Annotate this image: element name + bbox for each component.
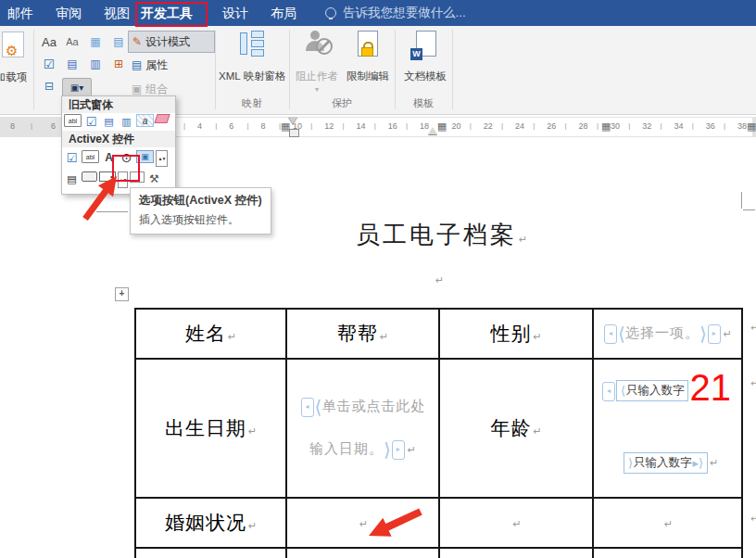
table-cell-empty[interactable]: ↵ (439, 498, 593, 548)
ruler-mark: 22 (484, 121, 493, 131)
properties-icon: ▤ (132, 58, 142, 71)
restrict-editing-button[interactable]: 限制编辑 (343, 31, 393, 97)
content-control-open-chevron: ⟨ (618, 323, 625, 345)
tab-2[interactable]: 审阅 (56, 0, 82, 26)
eraser-icon[interactable] (154, 114, 170, 123)
table-column-marker[interactable]: ▦ (747, 120, 756, 133)
cell-age-controls[interactable]: ◂ ⟨只输入数字 21 ⟩只输入数字▸⟩ ↵ (593, 359, 742, 498)
content-control-start-anchor[interactable]: ◂ (602, 382, 615, 401)
group-divider (452, 30, 453, 109)
date-placeholder-line2[interactable]: 输入日期。⟩▸↵ (287, 438, 438, 461)
ruler-mark: 26 (547, 121, 556, 131)
addins-button-label[interactable]: 加载项 (0, 70, 33, 84)
dropdown-placeholder[interactable]: 选择一项。 (625, 324, 699, 340)
document-template-button[interactable]: W 文档模板 (398, 31, 452, 97)
spin-button-activex-icon[interactable]: ▲▼ (156, 150, 168, 167)
ruler-mark: | (183, 121, 185, 130)
table-column-marker[interactable]: ▦ (281, 120, 290, 133)
content-control-end-anchor[interactable]: ▸ (708, 324, 721, 344)
table-cell-empty[interactable] (286, 548, 439, 558)
tab-5[interactable]: 设计 (222, 0, 248, 26)
checkbox-activex-icon[interactable]: ☑ (64, 150, 80, 165)
properties-button[interactable]: ▤ 属性 (128, 55, 191, 75)
table-column-marker[interactable]: ▦ (601, 120, 611, 133)
plain-text-icon[interactable]: Aa (62, 33, 82, 50)
xml-mapping-pane-button[interactable]: XML 映射窗格 (219, 31, 285, 97)
cell-text: 婚姻状况 (165, 512, 246, 533)
cell-text: 出生日期 (165, 417, 246, 438)
cell-gender-control[interactable]: ◂⟨选择一项。⟩▸↵ (593, 309, 742, 359)
document-template-label: 文档模板 (398, 70, 452, 83)
ruler-mark: 8 (261, 121, 266, 131)
table-cell-empty[interactable] (135, 548, 286, 558)
tag-chevron: ⟩ (628, 456, 633, 470)
dropdown-field-icon[interactable]: ▤ (101, 114, 117, 129)
shaded-text-icon[interactable]: a (136, 114, 154, 127)
content-control-close-chevron: ⟩ (384, 438, 391, 461)
cell-marital-label[interactable]: 婚姻状况↵ (135, 498, 286, 548)
paragraph-mark: ↵ (380, 331, 388, 342)
table-cell-empty[interactable] (593, 548, 742, 558)
content-control-close-chevron: ⟩ (699, 323, 707, 345)
cell-gender-label[interactable]: 性别↵ (439, 309, 593, 359)
annotation-arrow-to-option-button (82, 172, 124, 224)
tab-3[interactable]: 视图 (104, 0, 130, 26)
building-block-icon[interactable]: ▤ (108, 33, 129, 50)
table-move-handle[interactable]: + (115, 287, 129, 301)
content-control-start-anchor[interactable]: ◂ (604, 324, 617, 344)
word-window: 邮件审阅视图开发工具设计布局 告诉我您想要做什么... ⚙ 加载项 AaAa▦▤… (0, 0, 756, 558)
restrict-editing-icon (357, 31, 379, 58)
cell-birth-label[interactable]: 出生日期↵ (135, 359, 286, 498)
legacy-tools-icon[interactable]: ▣▾ (62, 78, 92, 96)
ruler-mark: 6 (51, 121, 56, 131)
end-of-row-mark: ↵ (750, 378, 756, 388)
paragraph-mark: ↵ (228, 331, 236, 342)
checkbox-icon[interactable]: ☑ (83, 114, 99, 129)
ruler-mark: | (31, 121, 32, 130)
repeating-section-icon[interactable]: ⊟ (39, 78, 59, 95)
textbox-activex-icon[interactable]: abl (82, 150, 99, 163)
tab-6[interactable]: 布局 (271, 0, 296, 26)
cell-birth-control[interactable]: ◂⟨单击或点击此处 输入日期。⟩▸↵ (286, 359, 439, 498)
number-control-tag[interactable]: ⟩只输入数字▸⟩ (624, 452, 708, 474)
cell-name-label[interactable]: 姓名↵ (135, 309, 286, 359)
hanging-indent-marker[interactable] (428, 122, 437, 134)
age-number-control-2[interactable]: ⟩只输入数字▸⟩ ↵ (624, 452, 718, 474)
ruler-mark: 4 (197, 121, 202, 131)
combobox-content-icon[interactable]: ▤ (62, 56, 82, 72)
ruler-mark: | (215, 121, 217, 130)
tab-1[interactable]: 邮件 (7, 0, 33, 26)
table-column-marker[interactable]: ▦ (437, 120, 447, 133)
content-control-end-anchor[interactable]: ▸ (392, 440, 405, 460)
number-control-tag[interactable]: ⟨只输入数字 (616, 380, 688, 401)
checkbox-content-icon[interactable]: ☑ (39, 56, 59, 72)
placeholder-text: 输入日期。 (309, 440, 384, 456)
cell-name-value[interactable]: 帮帮↵ (286, 309, 439, 359)
date-placeholder-line1[interactable]: ◂⟨单击或点击此处 (287, 396, 438, 418)
dropdown-list-icon[interactable]: ▥ (85, 56, 106, 72)
content-control-start-anchor[interactable]: ◂ (301, 398, 314, 417)
picture-content-icon[interactable]: ▦ (85, 33, 106, 50)
listbox-activex-icon[interactable]: ▤ (64, 171, 80, 186)
ruler-mark: | (661, 121, 662, 130)
table-cell-empty[interactable] (439, 548, 593, 558)
table-cell-empty[interactable]: ↵ (593, 498, 742, 548)
more-controls-activex-icon[interactable]: ⚒ (146, 171, 162, 186)
rich-text-icon[interactable]: Aa (39, 33, 59, 50)
age-number-control[interactable]: ◂ ⟨只输入数字 21 (601, 376, 731, 410)
paragraph-mark: ↵ (664, 518, 673, 529)
addins-gear-icon[interactable]: ⚙ (6, 43, 18, 59)
group-icon: ▣ (132, 82, 142, 95)
tell-me-box[interactable]: 告诉我您想要做什么... (343, 0, 466, 26)
design-mode-button[interactable]: ✎ 设计模式 (128, 31, 215, 53)
cell-age-label[interactable]: 年龄↵ (439, 359, 593, 498)
ruler-mark: 36 (706, 121, 715, 131)
tooltip-title: 选项按钮(ActiveX 控件) (139, 193, 262, 209)
block-authors-icon (303, 31, 331, 58)
horizontal-frame-icon[interactable]: ▥ (119, 114, 134, 129)
ruler-mark: 14 (357, 121, 366, 131)
text-boundary-mark (743, 209, 755, 210)
text-field-icon[interactable]: abl (64, 114, 82, 127)
date-picker-icon[interactable]: ⊞ (108, 56, 129, 72)
page-title: 员工电子档案 (356, 221, 517, 248)
